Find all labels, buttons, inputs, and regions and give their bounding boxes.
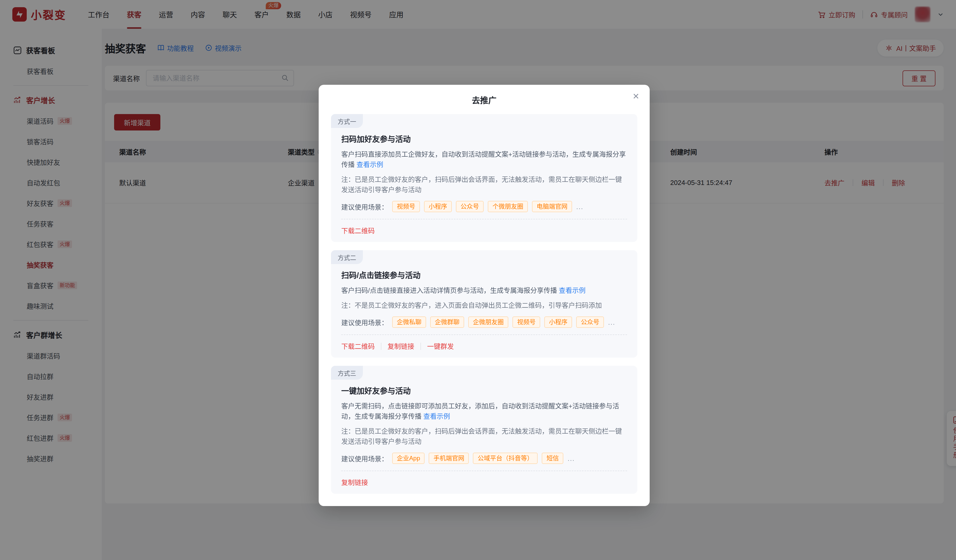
method-3-title: 一键加好友参与活动 bbox=[341, 366, 627, 395]
view-example-link[interactable]: 查看示例 bbox=[357, 161, 383, 168]
scene-tag: 短信 bbox=[542, 453, 564, 464]
method-card-2: 方式二 扫码/点击链接参与活动 客户扫码/点击链接直接进入活动详情页参与活动，生… bbox=[331, 250, 637, 358]
method-1-tag: 方式一 bbox=[331, 114, 363, 128]
scene-more: ... bbox=[568, 455, 575, 462]
method-3-scenes: 建议使用场景： 企业App 手机端官网 公域平台（抖音等） 短信 ... bbox=[341, 453, 627, 464]
scene-tag: 小程序 bbox=[424, 201, 452, 212]
method-1-title: 扫码加好友参与活动 bbox=[341, 114, 627, 144]
method-3-note: 注：已是员工企微好友的客户，扫码后弹出会话界面，无法触发活动，需员工在聊天侧边栏… bbox=[341, 427, 627, 447]
download-qrcode-link[interactable]: 下载二维码 bbox=[341, 341, 375, 351]
view-example-link[interactable]: 查看示例 bbox=[559, 287, 586, 294]
scene-label: 建议使用场景： bbox=[341, 317, 388, 327]
scene-tag: 企微群聊 bbox=[430, 317, 464, 328]
promote-modal: 去推广 ✕ 方式一 扫码加好友参与活动 客户扫码直接添加员工企微好友，自动收到活… bbox=[319, 85, 650, 506]
scene-tag: 视频号 bbox=[392, 201, 420, 212]
desc-text: 客户扫码/点击链接直接进入活动详情页参与活动，生成专属海报分享传播 bbox=[341, 287, 557, 294]
scene-more: ... bbox=[576, 203, 583, 210]
scene-tag: 个微朋友圈 bbox=[488, 201, 528, 212]
method-1-actions: 下载二维码 bbox=[341, 220, 627, 242]
method-card-1: 方式一 扫码加好友参与活动 客户扫码直接添加员工企微好友，自动收到活动提醒文案+… bbox=[331, 114, 637, 242]
method-1-desc: 客户扫码直接添加员工企微好友，自动收到活动提醒文案+活动链接参与活动，生成专属海… bbox=[341, 149, 627, 170]
scene-tag: 小程序 bbox=[544, 317, 572, 328]
view-example-link[interactable]: 查看示例 bbox=[423, 413, 450, 420]
method-2-tag: 方式二 bbox=[331, 250, 363, 264]
modal-title: 去推广 bbox=[331, 94, 637, 106]
scene-more: ... bbox=[608, 318, 615, 326]
method-3-desc: 客户无需扫码，点击链接即可添加员工好友，添加后，自动收到活动提醒文案+活动链接参… bbox=[341, 401, 627, 422]
method-2-note: 注：不是员工企微好友的客户，进入页面会自动弹出员工企微二维码，引导客户扫码添加 bbox=[341, 301, 627, 311]
copy-link-link[interactable]: 复制链接 bbox=[341, 477, 368, 487]
scene-tag: 公众号 bbox=[576, 317, 604, 328]
method-2-title: 扫码/点击链接参与活动 bbox=[341, 250, 627, 280]
method-2-desc: 客户扫码/点击链接直接进入活动详情页参与活动，生成专属海报分享传播 查看示例 bbox=[341, 285, 627, 296]
scene-tag: 企微朋友圈 bbox=[468, 317, 508, 328]
close-icon[interactable]: ✕ bbox=[632, 93, 639, 101]
method-3-actions: 复制链接 bbox=[341, 471, 627, 494]
scene-tag: 公域平台（抖音等） bbox=[473, 453, 538, 464]
scene-tag: 手机端官网 bbox=[429, 453, 469, 464]
action-divider bbox=[420, 342, 421, 350]
download-qrcode-link[interactable]: 下载二维码 bbox=[341, 226, 375, 235]
app-root: 小裂变 工作台 获客 运营 内容 聊天 客户 火爆 数据 小店 视频号 应用 立… bbox=[0, 0, 956, 560]
desc-text: 客户无需扫码，点击链接即可添加员工好友，添加后，自动收到活动提醒文案+活动链接参… bbox=[341, 402, 619, 420]
scene-tag: 电脑端官网 bbox=[532, 201, 572, 212]
method-2-actions: 下载二维码 复制链接 一键群发 bbox=[341, 335, 627, 358]
method-card-3: 方式三 一键加好友参与活动 客户无需扫码，点击链接即可添加员工好友，添加后，自动… bbox=[331, 366, 637, 494]
method-3-tag: 方式三 bbox=[331, 366, 363, 380]
method-1-note: 注：已是员工企微好友的客户，扫码后弹出会话界面，无法触发活动，需员工在聊天侧边栏… bbox=[341, 175, 627, 195]
scene-tag: 公众号 bbox=[456, 201, 484, 212]
method-2-scenes: 建议使用场景： 企微私聊 企微群聊 企微朋友圈 视频号 小程序 公众号 ... bbox=[341, 317, 627, 328]
desc-text: 客户扫码直接添加员工企微好友，自动收到活动提醒文案+活动链接参与活动，生成专属海… bbox=[341, 151, 626, 168]
scene-label: 建议使用场景： bbox=[341, 202, 388, 212]
method-1-scenes: 建议使用场景： 视频号 小程序 公众号 个微朋友圈 电脑端官网 ... bbox=[341, 201, 627, 212]
mass-send-link[interactable]: 一键群发 bbox=[427, 341, 454, 351]
scene-tag: 企微私聊 bbox=[392, 317, 426, 328]
scene-tag: 企业App bbox=[392, 453, 425, 464]
scene-label: 建议使用场景： bbox=[341, 453, 388, 463]
copy-link-link[interactable]: 复制链接 bbox=[388, 341, 414, 351]
scene-tag: 视频号 bbox=[513, 317, 540, 328]
action-divider bbox=[381, 342, 381, 350]
